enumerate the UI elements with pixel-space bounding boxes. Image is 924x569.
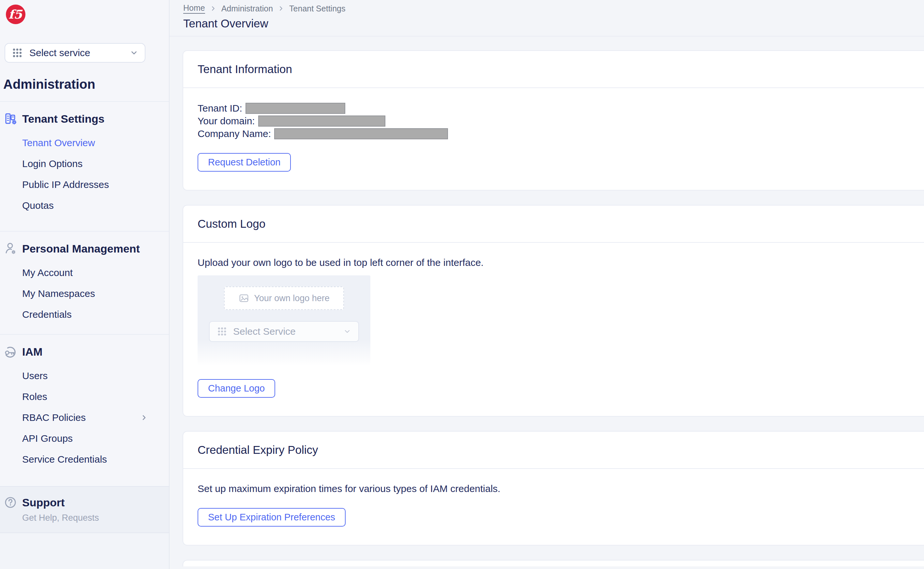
tenant-id-label: Tenant ID:	[197, 103, 242, 114]
card-title: Credential Expiry Policy	[197, 443, 910, 456]
nav-section-tenant-settings: Tenant Settings Tenant Overview Login Op…	[0, 101, 169, 231]
sidebar-item-login-options[interactable]: Login Options	[0, 153, 169, 174]
breadcrumb-administration[interactable]: Administration	[222, 4, 273, 14]
credential-expiry-description: Set up maximum expiration times for vari…	[197, 482, 910, 495]
help-icon	[3, 495, 18, 510]
sidebar-item-tenant-overview[interactable]: Tenant Overview	[0, 132, 169, 153]
credential-expiry-card: Credential Expiry Policy Set up maximum …	[183, 431, 924, 546]
sidebar-item-roles[interactable]: Roles	[0, 386, 169, 407]
sidebar-nav: Tenant Settings Tenant Overview Login Op…	[0, 101, 169, 569]
chevron-right-icon	[209, 5, 217, 12]
nav-section-personal-management: Personal Management My Account My Namesp…	[0, 231, 169, 334]
app-grid-icon	[12, 47, 23, 58]
service-selector[interactable]: Select service	[5, 43, 146, 62]
card-title: Tenant Information	[197, 62, 910, 76]
set-up-expiration-preferences-button[interactable]: Set Up Expiration Preferences	[197, 508, 346, 526]
card-header: Custom Logo	[183, 205, 924, 242]
section-title: Tenant Settings	[22, 113, 105, 125]
sidebar-item-my-namespaces[interactable]: My Namespaces	[0, 283, 169, 304]
section-title: IAM	[22, 345, 42, 358]
card-body: Tenant ID: Your domain: Company Name: Re…	[183, 87, 924, 190]
service-selector-label: Select service	[29, 47, 130, 58]
request-deletion-button[interactable]: Request Deletion	[197, 153, 291, 172]
section-head-personal-management[interactable]: Personal Management	[0, 242, 169, 256]
card-title: Custom Logo	[197, 217, 910, 230]
sidebar-item-my-account[interactable]: My Account	[0, 262, 169, 283]
sidebar-support[interactable]: Support Get Help, Requests	[0, 486, 169, 533]
chevron-right-icon	[278, 5, 285, 12]
brand-logo[interactable]: f5	[0, 0, 169, 25]
person-gear-icon	[3, 242, 18, 256]
company-name-label: Company Name:	[197, 128, 271, 139]
sidebar-item-public-ip-addresses[interactable]: Public IP Addresses	[0, 174, 169, 195]
card-body: Set up maximum expiration times for vari…	[183, 468, 924, 545]
chevron-down-icon	[343, 327, 351, 335]
sidebar-admin-title: Administration	[3, 77, 169, 91]
redacted-domain-value	[258, 116, 385, 126]
card-body: Upload your own logo to be used in top l…	[183, 242, 924, 416]
sidebar-item-label: RBAC Policies	[22, 412, 86, 423]
chevron-down-icon	[130, 49, 138, 57]
domain-row: Your domain:	[197, 114, 910, 127]
sidebar-item-users[interactable]: Users	[0, 365, 169, 386]
section-head-tenant-settings[interactable]: Tenant Settings	[0, 112, 169, 126]
card-header: Tenant Information	[183, 51, 924, 87]
app-grid-icon	[217, 326, 227, 337]
chevron-right-icon	[140, 414, 148, 421]
f5-logo-icon: f5	[6, 5, 26, 24]
sidebar: f5 Select service Administration	[0, 0, 170, 569]
building-gear-icon	[3, 112, 18, 126]
tenant-information-card: Tenant Information Tenant ID: Your domai…	[183, 50, 924, 190]
sidebar-item-quotas[interactable]: Quotas	[0, 195, 169, 216]
main-area: Home Administration Tenant Settings Tena…	[170, 0, 924, 569]
breadcrumb: Home Administration Tenant Settings	[183, 3, 924, 14]
nav-section-iam: IAM Users Roles RBAC Policies API Groups…	[0, 334, 169, 486]
next-card-peek	[183, 560, 924, 566]
support-title: Support	[22, 496, 65, 509]
custom-logo-card: Custom Logo Upload your own logo to be u…	[183, 205, 924, 417]
section-head-support: Support	[0, 495, 169, 510]
sidebar-item-credentials[interactable]: Credentials	[0, 304, 169, 325]
svg-text:f5: f5	[9, 7, 23, 21]
company-name-row: Company Name:	[197, 127, 910, 140]
breadcrumb-home-link[interactable]: Home	[183, 3, 205, 14]
redacted-company-name-value	[274, 128, 448, 139]
sidebar-filler	[0, 533, 169, 569]
section-head-iam[interactable]: IAM	[0, 345, 169, 359]
sidebar-item-service-credentials[interactable]: Service Credentials	[0, 449, 169, 470]
domain-label: Your domain:	[197, 116, 255, 126]
page-title: Tenant Overview	[183, 17, 924, 30]
preview-service-selector: Select Service	[209, 321, 359, 342]
card-header: Credential Expiry Policy	[183, 432, 924, 468]
preview-service-selector-label: Select Service	[233, 326, 343, 337]
page-header: Home Administration Tenant Settings Tena…	[170, 0, 924, 37]
logo-placeholder-box: Your own logo here	[224, 286, 344, 310]
tenant-id-row: Tenant ID:	[197, 102, 910, 114]
support-subtitle: Get Help, Requests	[0, 512, 169, 523]
section-title: Personal Management	[22, 242, 140, 255]
custom-logo-description: Upload your own logo to be used in top l…	[197, 256, 910, 269]
logo-placeholder-text: Your own logo here	[254, 293, 330, 303]
page-content: Tenant Information Tenant ID: Your domai…	[170, 37, 924, 569]
sidebar-item-rbac-policies[interactable]: RBAC Policies	[0, 407, 169, 428]
breadcrumb-tenant-settings[interactable]: Tenant Settings	[289, 4, 345, 14]
image-icon	[238, 293, 249, 304]
logo-preview-illustration: Your own logo here Select Service	[197, 275, 370, 366]
sidebar-item-api-groups[interactable]: API Groups	[0, 428, 169, 449]
change-logo-button[interactable]: Change Logo	[197, 379, 275, 398]
key-icon	[3, 345, 18, 359]
redacted-tenant-id-value	[246, 103, 345, 114]
